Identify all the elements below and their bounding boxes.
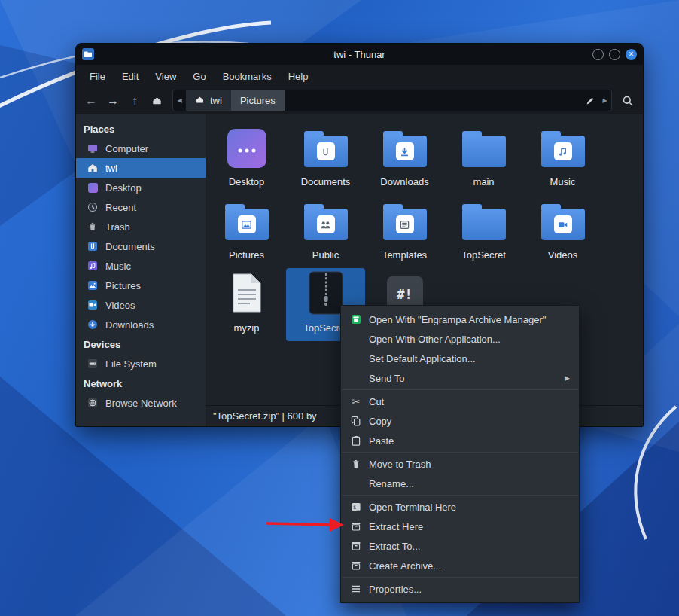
- titlebar[interactable]: twi - Thunar ✕: [76, 44, 643, 65]
- sidebar-item-desktop[interactable]: Desktop: [76, 178, 206, 197]
- sidebar-item-twi[interactable]: twi: [76, 158, 206, 178]
- file-templates[interactable]: Templates: [365, 195, 444, 268]
- drive-icon: [87, 358, 99, 370]
- file-documents[interactable]: Documents: [286, 122, 365, 195]
- engrampa-icon: [350, 313, 362, 325]
- status-text: "TopSecret.zip" | 600 by: [213, 410, 317, 422]
- file-desktop[interactable]: Desktop: [207, 122, 286, 195]
- music-folder-icon: [541, 136, 585, 167]
- blank-icon: [350, 372, 362, 384]
- archive-icon: [350, 560, 362, 572]
- clock-icon: [87, 201, 99, 213]
- text-file-icon: [230, 273, 263, 316]
- breadcrumb-pictures[interactable]: Pictures: [231, 90, 285, 111]
- crumb-scroll-right-icon[interactable]: ▶: [598, 97, 611, 104]
- menu-item-extract-to[interactable]: Extract To...: [341, 536, 579, 556]
- menu-item-cut[interactable]: ✂ Cut: [341, 392, 579, 411]
- zip-archive-icon: [309, 271, 343, 318]
- edit-path-icon[interactable]: [582, 96, 598, 106]
- breadcrumb-twi[interactable]: twi: [186, 90, 231, 111]
- crumb-scroll-left-icon[interactable]: ◀: [173, 97, 186, 104]
- file-public[interactable]: Public: [286, 195, 365, 268]
- menu-help[interactable]: Help: [281, 68, 316, 85]
- sidebar-item-videos[interactable]: Videos: [76, 295, 206, 315]
- menu-item-create-archive[interactable]: Create Archive...: [341, 556, 579, 575]
- archive-icon: [350, 540, 362, 552]
- file-main[interactable]: main: [444, 122, 523, 195]
- templates-folder-icon: [383, 209, 427, 240]
- copy-icon: [350, 415, 362, 427]
- home-nav-icon[interactable]: [147, 91, 166, 111]
- downloads-folder-icon: [383, 136, 427, 167]
- public-folder-icon: [304, 209, 348, 240]
- menu-edit[interactable]: Edit: [114, 68, 146, 85]
- file-myzip[interactable]: myzip: [207, 268, 286, 341]
- annotation-arrow: [262, 513, 351, 537]
- sidebar-item-documents[interactable]: Documents: [76, 236, 206, 256]
- breadcrumb-label: Pictures: [240, 95, 276, 106]
- back-icon[interactable]: ←: [81, 91, 101, 111]
- properties-icon: [350, 583, 362, 595]
- home-icon: [195, 95, 205, 107]
- trash-icon: [350, 458, 362, 470]
- close-button[interactable]: ✕: [626, 49, 637, 60]
- menu-item-extract-here[interactable]: Extract Here: [341, 517, 579, 536]
- menu-item-open-terminal-here[interactable]: $_ Open Terminal Here: [341, 497, 579, 517]
- minimize-button[interactable]: [592, 49, 604, 60]
- blank-icon: [350, 333, 362, 345]
- cut-icon: ✂: [350, 395, 362, 407]
- home-icon: [87, 162, 99, 174]
- music-icon: [87, 260, 99, 272]
- forward-icon[interactable]: →: [103, 91, 123, 111]
- toolbar: ← → ↑ ◀ twi Pictures ▶: [76, 87, 643, 114]
- paste-icon: [350, 435, 362, 447]
- up-icon[interactable]: ↑: [125, 91, 145, 111]
- sidebar-item-music[interactable]: Music: [76, 256, 206, 276]
- sidebar-item-file-system[interactable]: File System: [76, 354, 206, 374]
- folder-icon: [462, 136, 506, 167]
- sidebar-item-trash[interactable]: Trash: [76, 217, 206, 236]
- menu-bookmarks[interactable]: Bookmarks: [215, 68, 279, 85]
- menu-item-paste[interactable]: Paste: [341, 431, 579, 450]
- file-pictures[interactable]: Pictures: [207, 195, 286, 268]
- menu-item-send-to[interactable]: Send To ▶: [341, 368, 579, 388]
- pathbar[interactable]: ◀ twi Pictures ▶: [172, 90, 612, 111]
- file-downloads[interactable]: Downloads: [365, 122, 444, 195]
- file-music[interactable]: Music: [523, 122, 602, 195]
- maximize-button[interactable]: [609, 49, 620, 60]
- menu-separator: [342, 495, 578, 496]
- places-header: Places: [76, 119, 206, 139]
- sidebar-item-browse-network[interactable]: Browse Network: [76, 393, 206, 413]
- network-icon: [87, 397, 99, 409]
- svg-text:$_: $_: [353, 505, 360, 511]
- menu-item-open-with-other[interactable]: Open With Other Application...: [341, 329, 579, 349]
- file-videos[interactable]: Videos: [523, 195, 602, 268]
- devices-header: Devices: [76, 334, 206, 354]
- context-menu: Open With "Engrampa Archive Manager" Ope…: [340, 305, 580, 603]
- sidebar-item-pictures[interactable]: Pictures: [76, 276, 206, 295]
- menu-item-move-to-trash[interactable]: Move to Trash: [341, 454, 579, 474]
- sidebar-item-downloads[interactable]: Downloads: [76, 315, 206, 334]
- blank-icon: [350, 477, 362, 489]
- search-icon[interactable]: [618, 91, 638, 111]
- archive-icon: [350, 520, 362, 532]
- menu-item-open-with-engrampa[interactable]: Open With "Engrampa Archive Manager": [341, 310, 579, 329]
- pictures-folder-icon: [225, 209, 269, 240]
- folder-icon: [462, 209, 506, 240]
- computer-icon: [87, 142, 99, 154]
- file-topsecret-folder[interactable]: TopSecret: [444, 195, 523, 268]
- sidebar-item-computer[interactable]: Computer: [76, 139, 206, 158]
- menu-go[interactable]: Go: [185, 68, 213, 85]
- downloads-icon: [87, 319, 99, 331]
- menu-item-set-default-application[interactable]: Set Default Application...: [341, 349, 579, 368]
- menu-view[interactable]: View: [148, 68, 184, 85]
- menu-file[interactable]: File: [82, 68, 113, 85]
- menu-separator: [342, 577, 578, 578]
- sidebar-item-recent[interactable]: Recent: [76, 197, 206, 217]
- sidebar: Places Computer twi Desktop: [76, 114, 206, 426]
- breadcrumb-label: twi: [210, 95, 222, 106]
- menu-item-copy[interactable]: Copy: [341, 411, 579, 431]
- menu-item-properties[interactable]: Properties...: [341, 579, 579, 599]
- menu-item-rename[interactable]: Rename...: [341, 474, 579, 493]
- desktop-folder-icon: [227, 129, 266, 168]
